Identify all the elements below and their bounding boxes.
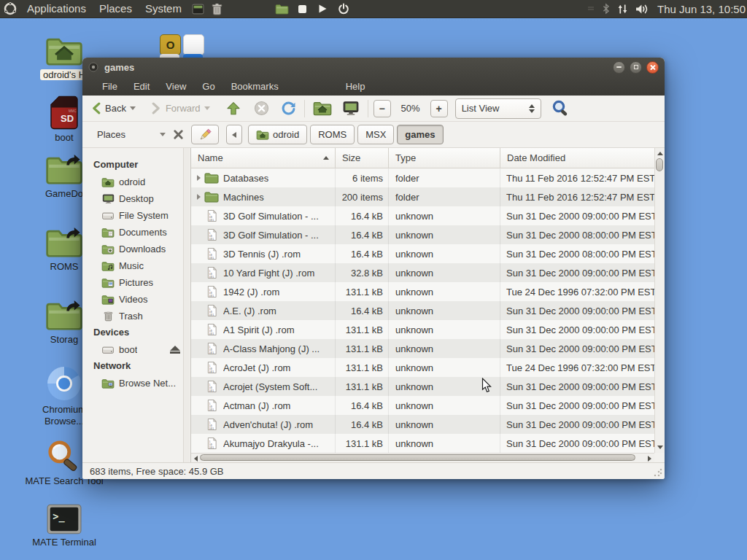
trash-applet-icon[interactable] xyxy=(212,3,222,15)
reload-button[interactable] xyxy=(278,98,299,118)
search-button[interactable] xyxy=(549,97,573,120)
panel-menu-applications[interactable]: Applications xyxy=(20,0,93,18)
file-row[interactable]: 110101Acrojet (System Soft...131.1 kBunk… xyxy=(191,377,654,396)
zoom-in-button[interactable]: + xyxy=(430,100,448,117)
keyboard-indicator-icon[interactable] xyxy=(587,4,595,13)
panel-menu-places[interactable]: Places xyxy=(93,0,139,18)
sidebar-item-downloads[interactable]: Downloads xyxy=(82,241,190,257)
column-header-type[interactable]: Type xyxy=(389,148,500,168)
expander-icon[interactable] xyxy=(194,194,204,200)
file-row[interactable]: 110101Adven'chuta! (J) .rom16.4 kBunknow… xyxy=(191,415,654,434)
scroll-up-icon[interactable] xyxy=(657,152,663,155)
close-button[interactable] xyxy=(646,61,659,74)
back-history-arrow-icon[interactable] xyxy=(130,106,136,110)
background-app-icon[interactable] xyxy=(183,34,204,55)
folder-row[interactable]: Machines200 itemsfolderThu 11 Feb 2016 1… xyxy=(191,187,654,206)
column-header-name[interactable]: Name xyxy=(191,148,336,168)
up-button[interactable] xyxy=(223,99,244,118)
file-row[interactable]: 110101Akumajyo Drakyula -...131.1 kBunkn… xyxy=(191,434,654,453)
file-row[interactable]: 1101011942 (J) .rom131.1 kBunknownTue 24… xyxy=(191,282,654,301)
scroll-left-icon[interactable] xyxy=(194,456,198,462)
file-row[interactable]: 110101AcroJet (J) .rom131.1 kBunknownTue… xyxy=(191,358,654,377)
forward-history-arrow-icon[interactable] xyxy=(204,106,210,110)
file-row[interactable]: 110101A1 Spirit (J) .rom131.1 kBunknownS… xyxy=(191,320,654,339)
sidebar-item-file-system[interactable]: File System xyxy=(82,207,190,224)
maximize-button[interactable] xyxy=(630,61,642,74)
panel-clock[interactable]: Thu Jun 13, 10:50 xyxy=(657,3,746,15)
column-header-date-modified[interactable]: Date Modified xyxy=(500,148,654,168)
sidebar-item-videos[interactable]: Videos xyxy=(82,291,190,308)
scroll-right-icon[interactable] xyxy=(648,456,651,462)
sidebar-item-pictures[interactable]: Pictures xyxy=(82,274,190,291)
breadcrumb-roms[interactable]: ROMS xyxy=(310,125,355,144)
home-button[interactable] xyxy=(310,98,335,118)
back-button[interactable]: Back xyxy=(88,100,139,117)
breadcrumb-scroll-left-button[interactable] xyxy=(226,125,242,144)
desktop-icon-mate-terminal[interactable]: >_MATE Terminal xyxy=(24,504,104,548)
menu-edit[interactable]: Edit xyxy=(125,81,158,92)
file-row[interactable]: 110101Actman (J) .rom16.4 kBunknownSun 3… xyxy=(191,396,654,415)
file-row[interactable]: 1101013D Golf Simulation - ...16.4 kBunk… xyxy=(191,225,654,244)
bluetooth-icon[interactable] xyxy=(603,3,610,15)
menu-file[interactable]: File xyxy=(94,81,125,92)
up-icon xyxy=(226,101,241,116)
breadcrumb-games[interactable]: games xyxy=(397,125,443,144)
distro-logo-icon[interactable] xyxy=(4,2,17,15)
view-mode-value: List View xyxy=(462,103,529,114)
menu-help[interactable]: Help xyxy=(338,81,374,92)
places-dropdown-icon[interactable] xyxy=(160,133,166,136)
menu-bookmarks[interactable]: Bookmarks xyxy=(223,81,287,92)
places-selector[interactable]: Places xyxy=(97,129,158,140)
stop-launcher-icon[interactable] xyxy=(298,4,307,14)
sidebar-item-browse-net-[interactable]: Browse Net... xyxy=(82,375,190,392)
zoom-out-button[interactable]: − xyxy=(374,100,391,117)
eject-icon[interactable] xyxy=(170,346,180,354)
sidebar-item-odroid[interactable]: odroid xyxy=(82,174,190,190)
breadcrumb-odroid[interactable]: odroid xyxy=(248,125,307,144)
edit-location-button[interactable] xyxy=(191,125,219,144)
column-header-size[interactable]: Size xyxy=(336,148,389,168)
view-mode-select[interactable]: List View xyxy=(455,98,541,119)
scroll-down-icon[interactable] xyxy=(657,446,663,449)
terminal-applet-icon[interactable] xyxy=(192,4,204,15)
file-row[interactable]: 110101A.E. (J) .rom16.4 kBunknownSun 31 … xyxy=(191,301,654,320)
file-row[interactable]: 11010110 Yard Fight (J) .rom32.8 kBunkno… xyxy=(191,263,654,282)
file-row[interactable]: 110101A-Class Mahjong (J) ...131.1 kBunk… xyxy=(191,339,654,358)
close-sidebar-icon[interactable] xyxy=(173,129,184,140)
rom-file-icon: 110101 xyxy=(204,342,220,355)
volume-icon[interactable] xyxy=(635,4,649,15)
forward-button[interactable]: Forward xyxy=(149,100,213,117)
expander-icon[interactable] xyxy=(194,175,204,181)
play-launcher-icon[interactable] xyxy=(317,4,328,14)
file-manager-launcher-icon[interactable] xyxy=(275,4,289,15)
background-app-icon[interactable]: O xyxy=(160,34,181,55)
vertical-scroll-thumb[interactable] xyxy=(656,158,663,171)
stop-button[interactable] xyxy=(251,98,272,118)
minimize-button[interactable] xyxy=(613,61,625,74)
svg-text:SD: SD xyxy=(61,113,74,124)
sidebar-item-music[interactable]: Music xyxy=(82,257,190,274)
file-row[interactable]: 1101013D Tennis (J) .rom16.4 kBunknownSu… xyxy=(191,244,654,263)
menu-go[interactable]: Go xyxy=(194,81,222,92)
back-label: Back xyxy=(105,103,126,114)
titlebar[interactable]: games xyxy=(82,58,665,77)
file-date-modified: Sun 31 Dec 2000 08:00:00 PM EST xyxy=(500,225,654,244)
menu-view[interactable]: View xyxy=(158,81,194,92)
horizontal-scroll-thumb[interactable] xyxy=(200,454,635,461)
sidebar-scrollbar[interactable] xyxy=(183,148,190,462)
network-icon[interactable] xyxy=(617,4,628,15)
breadcrumb-msx[interactable]: MSX xyxy=(357,125,394,144)
sidebar-item-trash[interactable]: Trash xyxy=(82,308,190,324)
sidebar-item-boot[interactable]: boot xyxy=(82,341,190,358)
panel-menu-system[interactable]: System xyxy=(139,0,188,18)
sidebar-item-documents[interactable]: Documents xyxy=(82,224,190,241)
resize-grip[interactable] xyxy=(653,467,663,478)
computer-button[interactable] xyxy=(339,98,363,119)
folder-row[interactable]: Databases6 itemsfolderThu 11 Feb 2016 12… xyxy=(191,168,654,187)
horizontal-scrollbar[interactable] xyxy=(191,453,654,462)
vertical-scrollbar[interactable] xyxy=(654,148,665,453)
file-row[interactable]: 1101013D Golf Simulation - ...16.4 kBunk… xyxy=(191,206,654,225)
shutdown-launcher-icon[interactable] xyxy=(338,3,349,15)
sidebar-item-desktop[interactable]: Desktop xyxy=(82,190,190,207)
file-size: 6 items xyxy=(336,168,389,187)
